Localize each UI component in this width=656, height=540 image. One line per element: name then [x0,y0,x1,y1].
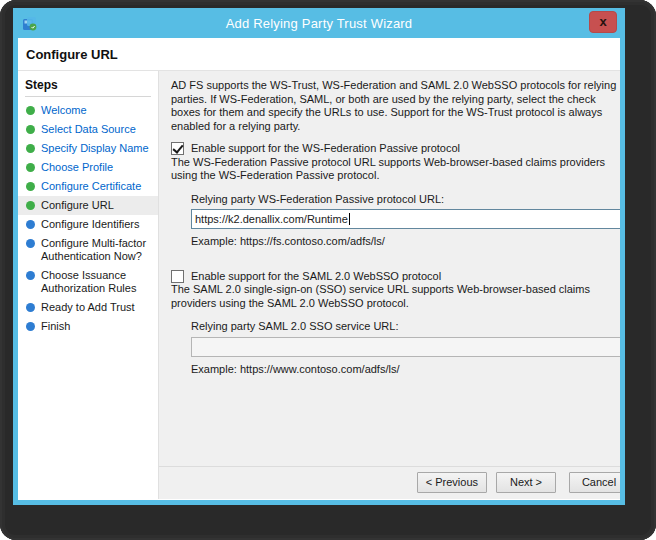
sidebar-step-specify-display-name: Specify Display Name [18,139,158,158]
sidebar-step-welcome: Welcome [18,101,158,120]
page-header: Configure URL [18,38,620,71]
step-bullet-icon [26,271,35,280]
previous-button[interactable]: < Previous [417,472,487,493]
step-label: Configure URL [41,199,114,212]
step-label: Ready to Add Trust [41,301,135,314]
step-bullet-icon [26,182,35,191]
step-label: Specify Display Name [41,142,149,155]
step-label: Choose Issuance Authorization Rules [41,269,154,295]
steps-heading: Steps [25,78,151,97]
sidebar-step-choose-issuance-authorization-rules: Choose Issuance Authorization Rules [18,266,158,298]
sidebar-step-select-data-source: Select Data Source [18,120,158,139]
step-label: Welcome [41,104,87,117]
next-button[interactable]: Next > [496,472,556,493]
step-label: Configure Certificate [41,180,141,193]
saml-url-input [191,337,620,357]
step-bullet-icon [26,144,35,153]
text-caret [349,213,350,225]
step-bullet-icon [26,303,35,312]
wsfed-checkbox[interactable] [171,142,184,155]
window-title: Add Relying Party Trust Wizard [18,16,620,31]
saml-description: The SAML 2.0 single-sign-on (SSO) servic… [171,283,607,310]
intro-text: AD FS supports the WS-Trust, WS-Federati… [171,79,620,133]
step-bullet-icon [26,322,35,331]
sidebar-step-configure-multi-factor-authentication-now: Configure Multi-factor Authentication No… [18,234,158,266]
saml-section: Enable support for the SAML 2.0 WebSSO p… [171,270,620,377]
wsfed-url-value: https://k2.denallix.com/Runtime [195,213,348,225]
step-bullet-icon [26,201,35,210]
step-bullet-icon [26,163,35,172]
step-label: Finish [41,320,70,333]
close-icon[interactable]: x [589,11,617,33]
saml-url-label: Relying party SAML 2.0 SSO service URL: [191,320,620,334]
wsfed-example-text: Example: https://fs.contoso.com/adfs/ls/ [191,235,620,249]
content-panel: AD FS supports the WS-Trust, WS-Federati… [159,71,620,499]
step-label: Configure Identifiers [41,218,139,231]
cancel-button[interactable]: Cancel [569,472,620,493]
step-label: Choose Profile [41,161,113,174]
sidebar-step-configure-identifiers: Configure Identifiers [18,215,158,234]
steps-list: WelcomeSelect Data SourceSpecify Display… [18,101,158,336]
wsfed-description: The WS-Federation Passive protocol URL s… [171,156,607,183]
step-label: Configure Multi-factor Authentication No… [41,237,154,263]
step-bullet-icon [26,125,35,134]
step-bullet-icon [26,220,35,229]
sidebar-step-configure-url: Configure URL [18,196,158,215]
step-bullet-icon [26,106,35,115]
sidebar-step-ready-to-add-trust: Ready to Add Trust [18,298,158,317]
titlebar[interactable]: Add Relying Party Trust Wizard x [18,8,620,38]
step-bullet-icon [26,239,35,248]
saml-checkbox-label: Enable support for the SAML 2.0 WebSSO p… [191,270,441,284]
page-title: Configure URL [26,47,118,62]
sidebar-step-configure-certificate: Configure Certificate [18,177,158,196]
steps-sidebar: Steps WelcomeSelect Data SourceSpecify D… [18,71,159,499]
wsfed-url-label: Relying party WS-Federation Passive prot… [191,193,620,207]
wizard-dialog: Add Relying Party Trust Wizard x Configu… [13,8,625,505]
step-label: Select Data Source [41,123,136,136]
wsfed-section: Enable support for the WS-Federation Pas… [171,142,620,249]
sidebar-step-choose-profile: Choose Profile [18,158,158,177]
saml-example-text: Example: https://www.contoso.com/adfs/ls… [191,363,620,377]
saml-checkbox[interactable] [171,270,184,283]
sidebar-step-finish: Finish [18,317,158,336]
wsfed-url-input[interactable]: https://k2.denallix.com/Runtime [191,209,620,229]
wizard-footer: < Previous Next > Cancel [159,466,620,499]
dialog-client-area: Configure URL Steps WelcomeSelect Data S… [18,38,620,500]
wsfed-checkbox-label: Enable support for the WS-Federation Pas… [191,142,460,156]
